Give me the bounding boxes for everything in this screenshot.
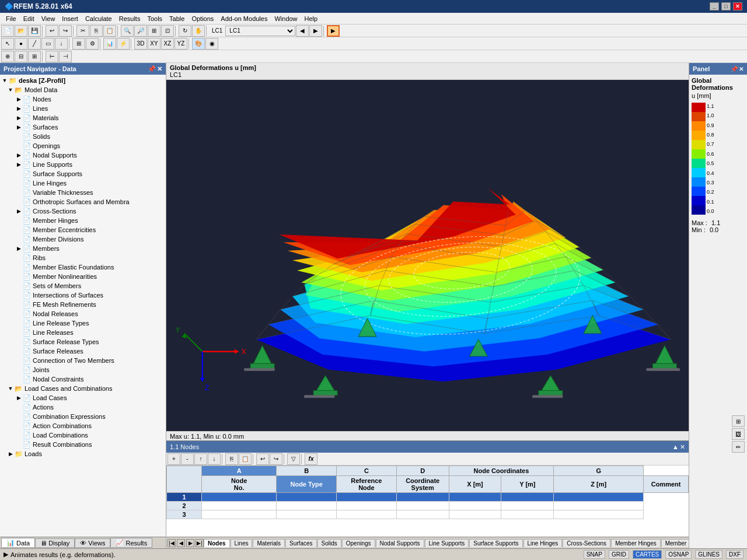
table-tb-redo[interactable]: ↪ [270,453,282,465]
tb-redo[interactable]: ↪ [59,25,72,37]
row3-col-f[interactable] [501,510,554,519]
tb-view-yz[interactable]: YZ [174,38,187,50]
row3-col-c[interactable] [337,510,397,519]
table-row[interactable]: 3 [167,510,689,519]
tb-view-3d[interactable]: 3D [134,38,147,50]
tb-ortho[interactable]: ⊢ [46,51,58,62]
status-dxf[interactable]: DXF [726,550,743,559]
tab-surfaces[interactable]: Surfaces [285,539,316,547]
row1-col-f[interactable] [501,493,554,502]
tree-member-eccentricities[interactable]: 📄 Member Eccentricities [0,225,166,235]
tab-member-eccentricities[interactable]: Member Eccentricities [661,539,689,547]
tree-member-hinges[interactable]: 📄 Member Hinges [0,216,166,225]
tab-lines[interactable]: Lines [231,539,253,547]
tree-intersections[interactable]: 📄 Intersections of Surfaces [0,290,166,300]
status-snap[interactable]: SNAP [584,550,605,559]
tree-member-nonlinearities[interactable]: 📄 Member Nonlinearities [0,272,166,281]
tree-nodal-supports[interactable]: ▶ 📄 Nodal Supports [0,150,166,160]
tab-line-supports[interactable]: Line Supports [425,539,469,547]
tb-zoom-all[interactable]: ⊞ [148,25,160,37]
table-tb-append-row[interactable]: ↓ [208,453,221,465]
table-tb-insert-row[interactable]: ↑ [194,453,207,465]
tree-member-divisions[interactable]: 📄 Member Divisions [0,235,166,244]
row3-col-e[interactable] [449,510,501,519]
col-header-a[interactable]: A [202,466,277,476]
status-glines[interactable]: GLINES [695,550,722,559]
col-header-b[interactable]: B [277,466,337,476]
maximize-button[interactable]: □ [721,2,731,10]
tab-solids[interactable]: Solids [317,539,341,547]
tb-animate[interactable]: ▶ Animation [327,25,340,37]
row2-col-c[interactable] [337,502,397,510]
menu-help[interactable]: Help [301,15,322,23]
tb-render[interactable]: ◉ [205,38,218,50]
tb-zoom-out[interactable]: 🔎 [134,25,147,37]
col-header-c[interactable]: C [337,466,397,476]
tb-color-deform[interactable]: 🎨 [192,38,205,50]
tree-container[interactable]: ▼ 📁 deska [Z-Profil] ▼ 📂 Model Data ▶ 📄 … [0,75,166,537]
tree-line-release-types[interactable]: 📄 Line Release Types [0,318,166,328]
tree-solids[interactable]: 📄 Solids [0,132,166,141]
tb-proj[interactable]: ⊣ [59,51,72,62]
tree-load-combinations-section[interactable]: ▼ 📂 Load Cases and Combinations [0,384,166,393]
menu-edit[interactable]: Edit [20,15,38,23]
row3-col-g[interactable] [554,510,644,519]
tree-load-cases[interactable]: ▶ 📄 Load Cases [0,393,166,402]
tree-line-hinges[interactable]: 📄 Line Hinges [0,178,166,188]
tree-surface-supports[interactable]: 📄 Surface Supports [0,169,166,178]
tab-openings[interactable]: Openings [342,539,375,547]
tb-load[interactable]: ↓ [55,38,68,50]
tb-prev-lc[interactable]: ◀ [296,25,309,37]
menu-calculate[interactable]: Calculate [82,15,116,23]
tab-prev-btn[interactable]: ◀ [177,539,185,547]
tab-materials[interactable]: Materials [253,539,285,547]
tb-new[interactable]: 📄 [1,25,14,37]
table-tb-new-row[interactable]: + [167,453,180,465]
table-expand-icon[interactable]: ▲ [672,443,679,451]
tree-actions[interactable]: 📄 Actions [0,402,166,412]
tree-surface-release-types[interactable]: 📄 Surface Release Types [0,337,166,346]
table-row[interactable]: 2 [167,502,689,510]
menu-options[interactable]: Options [188,15,217,23]
tree-root[interactable]: ▼ 📁 deska [Z-Profil] [0,76,166,85]
menu-addon[interactable]: Add-on Modules [217,15,271,23]
tb-next-lc[interactable]: ▶ [309,25,322,37]
lc-selector[interactable]: LC1 [225,26,295,36]
row1-col-g[interactable] [554,493,644,502]
table-row[interactable]: 1 [167,493,689,502]
tb-surface[interactable]: ▭ [41,38,54,50]
row2-col-g[interactable] [554,502,644,510]
table-tb-copy[interactable]: ⎘ [225,453,238,465]
tree-result-combinations[interactable]: 📄 Result Combinations [0,440,166,449]
tab-nodal-supports[interactable]: Nodal Supports [376,539,424,547]
minimize-button[interactable]: _ [710,2,719,10]
tree-materials[interactable]: ▶ 📄 Materials [0,113,166,123]
viewport[interactable]: Global Deformations u [mm] LC1 X Y [166,63,689,440]
row2-col-a[interactable] [202,502,277,510]
bl-tab-display[interactable]: 🖥 Display [35,538,75,548]
tree-surface-releases[interactable]: 📄 Surface Releases [0,346,166,356]
status-osnap[interactable]: OSNAP [665,550,692,559]
table-tb-paste[interactable]: 📋 [239,453,252,465]
row2-col-e[interactable] [449,502,501,510]
tree-nodal-releases[interactable]: 📄 Nodal Releases [0,309,166,318]
nav-close-icon[interactable]: ✕ [157,65,162,73]
row3-col-a[interactable] [202,510,277,519]
panel-btn-1[interactable]: ⊞ [732,415,745,427]
tb-select[interactable]: ↖ [1,38,14,50]
table-close-icon[interactable]: ✕ [680,443,685,451]
tree-openings[interactable]: 📄 Openings [0,141,166,150]
tab-surface-supports[interactable]: Surface Supports [469,539,522,547]
row2-col-f[interactable] [501,502,554,510]
tb-zoom-in[interactable]: 🔍 [121,25,134,37]
table-content[interactable]: A B C D Node Coordinates G NodeNo. Node … [166,466,689,537]
row2-col-d[interactable] [396,502,449,510]
tb-disp[interactable]: 📊 [103,38,116,50]
menu-view[interactable]: View [38,15,59,23]
tree-line-supports[interactable]: ▶ 📄 Line Supports [0,160,166,169]
menu-tools[interactable]: Tools [144,15,166,23]
tree-surfaces[interactable]: ▶ 📄 Surfaces [0,123,166,132]
tab-member-hinges[interactable]: Member Hinges [611,539,661,547]
tb-snap-grid[interactable]: ⊞ [28,51,41,62]
tab-nodes[interactable]: Nodes [204,539,230,547]
